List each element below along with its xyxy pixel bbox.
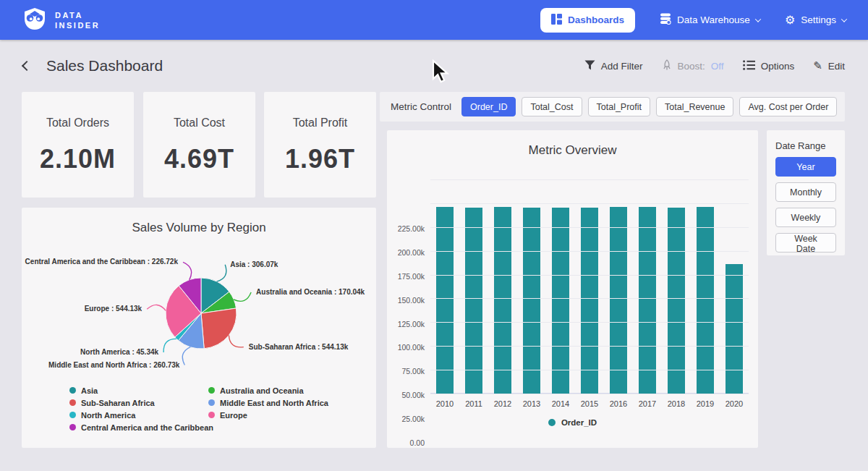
metric-option-order-id[interactable]: Order_ID bbox=[461, 97, 516, 116]
pie-callout-line bbox=[182, 347, 190, 365]
kpi-card-total-cost: Total Cost 4.69T bbox=[143, 92, 255, 198]
data-warehouse-label: Data Warehouse bbox=[677, 14, 750, 25]
bar-slot bbox=[488, 207, 517, 394]
kpi-card-total-orders: Total Orders 2.10M bbox=[22, 92, 134, 198]
metric-overview-panel: Metric Overview 0.0025.00k50.00k75.00k10… bbox=[387, 130, 758, 448]
y-tick-label: 150.00k bbox=[398, 296, 425, 305]
filter-funnel-icon bbox=[584, 60, 595, 72]
bar-2016[interactable] bbox=[610, 207, 627, 394]
pie-legend-item-central-america-and-the-caribbean[interactable]: Central America and the Caribbean bbox=[69, 421, 208, 433]
pie-callout-line bbox=[163, 339, 176, 352]
legend-dot bbox=[548, 419, 556, 426]
kpi-label: Total Cost bbox=[143, 116, 255, 130]
pie-legend-item-north-america[interactable]: North America bbox=[69, 409, 208, 421]
settings-menu[interactable]: ⚙ Settings bbox=[785, 14, 846, 26]
legend-label: Sub-Saharan Africa bbox=[81, 399, 155, 407]
pie-callout-line bbox=[147, 305, 166, 310]
legend-dot bbox=[69, 412, 76, 418]
pie-legend-item-middle-east-and-north-africa[interactable]: Middle East and North Africa bbox=[208, 396, 347, 409]
date-range-option-monthly[interactable]: Monthly bbox=[775, 182, 836, 202]
pie-callout-line bbox=[234, 292, 251, 301]
pie-legend-item-australia-and-oceania[interactable]: Australia and Oceania bbox=[208, 384, 347, 396]
metric-option-total-profit[interactable]: Total_Profit bbox=[588, 97, 651, 116]
gridline bbox=[430, 322, 749, 323]
legend-dot bbox=[208, 387, 215, 394]
bar-2017[interactable] bbox=[639, 207, 656, 394]
metric-option-avg-cost-per-order[interactable]: Avg. Cost per Order bbox=[739, 97, 837, 116]
y-tick-label: 125.00k bbox=[398, 320, 425, 328]
bar-2015[interactable] bbox=[581, 208, 598, 394]
legend-label: Order_ID bbox=[561, 418, 597, 427]
date-range-panel: Date Range YearMonthlyWeeklyWeek Date bbox=[767, 130, 845, 255]
dashboards-label: Dashboards bbox=[568, 14, 624, 25]
pie-label-central-america-and-the-caribbean: Central America and the Caribbean : 226.… bbox=[25, 258, 179, 266]
pie-label-middle-east-and-north-africa: Middle East and North Africa : 260.73k bbox=[48, 361, 180, 369]
bar-2020[interactable] bbox=[726, 264, 743, 394]
legend-label: North America bbox=[81, 411, 135, 420]
chevron-down-icon bbox=[755, 16, 761, 22]
owl-logo-icon bbox=[22, 7, 48, 33]
pie-label-australia-and-oceania: Australia and Oceania : 170.04k bbox=[256, 288, 365, 296]
bar-slot bbox=[575, 208, 604, 394]
pie-label-north-america: North America : 45.34k bbox=[80, 348, 158, 356]
bar-slot bbox=[604, 207, 633, 394]
dashboards-grid-icon bbox=[551, 14, 562, 27]
kpi-value: 2.10M bbox=[22, 144, 134, 174]
bar-2013[interactable] bbox=[523, 208, 540, 394]
legend-label: Asia bbox=[81, 386, 98, 395]
date-range-option-weekly[interactable]: Weekly bbox=[775, 208, 836, 227]
bar-slot bbox=[691, 207, 720, 394]
dashboards-button[interactable]: Dashboards bbox=[540, 8, 635, 33]
legend-label: Australia and Oceania bbox=[220, 386, 304, 395]
options-button[interactable]: Options bbox=[743, 60, 795, 72]
page-header: Sales Dashboard Add Filter Boost: Off bbox=[0, 40, 868, 92]
kpi-value: 1.96T bbox=[264, 144, 376, 174]
pie-legend-item-europe[interactable]: Europe bbox=[208, 409, 347, 421]
date-range-option-week-date[interactable]: Week Date bbox=[775, 233, 836, 253]
gridline bbox=[430, 251, 749, 252]
gear-icon: ⚙ bbox=[785, 14, 795, 26]
bar-slot bbox=[720, 264, 749, 394]
metric-option-total-revenue[interactable]: Total_Revenue bbox=[656, 97, 733, 116]
options-list-icon bbox=[743, 60, 755, 72]
x-tick-label-2018: 2018 bbox=[662, 399, 691, 408]
bar-2018[interactable] bbox=[668, 208, 685, 394]
bar-chart-legend: Order_ID bbox=[387, 418, 758, 427]
pie-legend-item-asia[interactable]: Asia bbox=[69, 384, 208, 396]
bar-2012[interactable] bbox=[494, 207, 511, 394]
y-tick-label: 200.00k bbox=[398, 248, 425, 257]
add-filter-button[interactable]: Add Filter bbox=[584, 60, 643, 72]
gridline bbox=[430, 203, 749, 204]
bar-2014[interactable] bbox=[552, 208, 569, 394]
bar-2011[interactable] bbox=[465, 208, 482, 394]
kpi-label: Total Orders bbox=[22, 116, 134, 130]
data-warehouse-menu[interactable]: Data Warehouse bbox=[660, 13, 760, 27]
legend-dot bbox=[69, 399, 76, 406]
chevron-down-icon bbox=[841, 16, 847, 22]
pencil-icon: ✎ bbox=[813, 59, 822, 72]
metric-control-label: Metric Control bbox=[391, 101, 451, 112]
y-tick-label: 175.00k bbox=[398, 272, 425, 281]
sales-volume-by-region-panel: Sales Volume by Region Asia : 306.07kAus… bbox=[22, 208, 376, 448]
app-logo[interactable]: DATA INSIDER bbox=[22, 7, 100, 33]
x-tick-label-2019: 2019 bbox=[691, 399, 720, 408]
boost-toggle[interactable]: Boost: Off bbox=[662, 59, 724, 73]
metric-option-total-cost[interactable]: Total_Cost bbox=[522, 97, 582, 116]
back-button[interactable] bbox=[22, 61, 32, 71]
top-nav-bar: DATA INSIDER Dashboards bbox=[0, 0, 868, 40]
date-range-option-year[interactable]: Year bbox=[775, 157, 836, 177]
edit-button[interactable]: ✎ Edit bbox=[813, 59, 845, 72]
boost-status: Off bbox=[711, 61, 724, 72]
logo-text: DATA INSIDER bbox=[55, 10, 100, 30]
legend-label: Europe bbox=[220, 411, 247, 420]
bar-2010[interactable] bbox=[436, 207, 454, 394]
pie-callout-line bbox=[229, 336, 243, 347]
pie-legend-item-sub-saharan-africa[interactable]: Sub-Saharan Africa bbox=[69, 396, 208, 409]
bar-2019[interactable] bbox=[697, 207, 714, 394]
legend-dot bbox=[69, 387, 76, 394]
bar-chart-y-axis: 0.0025.00k50.00k75.00k100.00k125.00k150.… bbox=[387, 179, 425, 394]
pie-chart-title: Sales Volume by Region bbox=[22, 208, 376, 235]
gridline bbox=[430, 179, 749, 180]
database-icon bbox=[660, 13, 671, 27]
legend-dot bbox=[208, 412, 215, 418]
